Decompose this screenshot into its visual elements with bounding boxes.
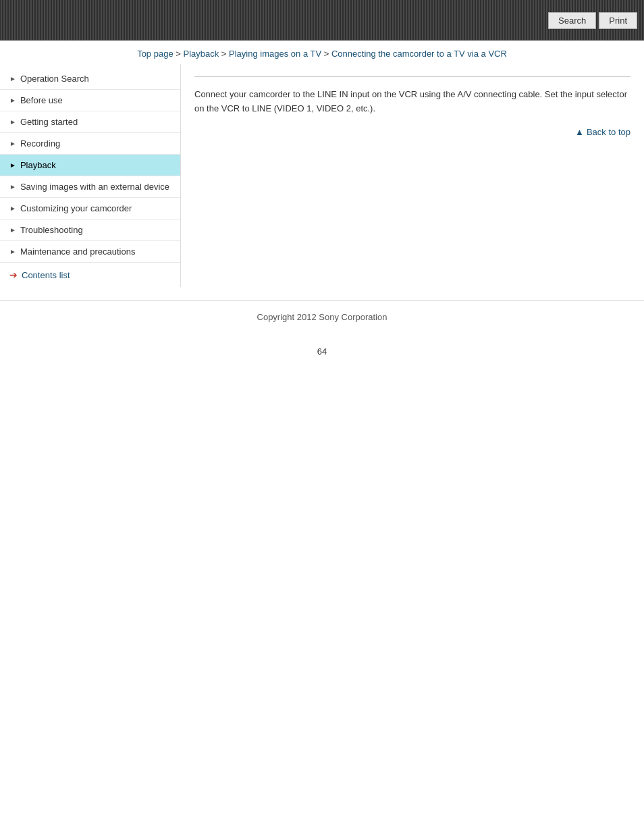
arrow-icon: ► xyxy=(9,205,16,212)
arrow-icon: ► xyxy=(9,248,16,255)
arrow-icon: ► xyxy=(9,161,16,169)
sidebar-item-playback[interactable]: ► Playback xyxy=(0,155,180,176)
sidebar-item-maintenance[interactable]: ► Maintenance and precautions xyxy=(0,241,180,263)
sidebar-item-label: Operation Search xyxy=(20,74,89,84)
triangle-icon: ▲ xyxy=(575,127,584,137)
sidebar-item-troubleshooting[interactable]: ► Troubleshooting xyxy=(0,219,180,241)
sidebar-item-label: Getting started xyxy=(20,117,78,127)
breadcrumb-playing-link[interactable]: Playing images on a TV xyxy=(229,49,321,59)
contents-arrow-icon: ➔ xyxy=(9,269,18,280)
arrow-icon: ► xyxy=(9,183,16,190)
breadcrumb-playback-link[interactable]: Playback xyxy=(183,49,219,59)
content-divider xyxy=(194,76,630,77)
sidebar-item-label: Maintenance and precautions xyxy=(20,246,136,257)
sidebar-item-label: Customizing your camcorder xyxy=(20,203,132,213)
sidebar-item-label: Playback xyxy=(20,160,56,170)
content-body-text: Connect your camcorder to the LINE IN in… xyxy=(194,88,630,116)
arrow-icon: ► xyxy=(9,75,16,82)
header-bar: Search Print xyxy=(0,0,644,41)
breadcrumb-sep3: > xyxy=(324,49,331,59)
search-button[interactable]: Search xyxy=(548,12,596,29)
page-number: 64 xyxy=(0,333,644,370)
sidebar-item-label: Saving images with an external device xyxy=(20,182,169,192)
sidebar-item-before-use[interactable]: ► Before use xyxy=(0,90,180,111)
breadcrumb-sep2: > xyxy=(221,49,229,59)
main-layout: ► Operation Search ► Before use ► Gettin… xyxy=(0,64,644,287)
arrow-icon: ► xyxy=(9,226,16,234)
arrow-icon: ► xyxy=(9,140,16,147)
contents-list-label: Contents list xyxy=(22,270,70,280)
back-to-top-link[interactable]: ▲Back to top xyxy=(575,127,630,137)
sidebar: ► Operation Search ► Before use ► Gettin… xyxy=(0,64,181,287)
breadcrumb-top-link[interactable]: Top page xyxy=(137,49,173,59)
print-button[interactable]: Print xyxy=(599,12,637,29)
breadcrumb: Top page > Playback > Playing images on … xyxy=(0,41,644,64)
sidebar-item-label: Before use xyxy=(20,95,63,105)
copyright-text: Copyright 2012 Sony Corporation xyxy=(257,312,387,322)
sidebar-item-getting-started[interactable]: ► Getting started xyxy=(0,111,180,133)
sidebar-item-label: Recording xyxy=(20,138,60,149)
arrow-icon: ► xyxy=(9,97,16,104)
content-area: Connect your camcorder to the LINE IN in… xyxy=(181,64,644,287)
sidebar-item-operation-search[interactable]: ► Operation Search xyxy=(0,68,180,90)
header-buttons: Search Print xyxy=(548,12,637,29)
sidebar-item-label: Troubleshooting xyxy=(20,225,83,235)
sidebar-item-recording[interactable]: ► Recording xyxy=(0,133,180,155)
arrow-icon: ► xyxy=(9,118,16,126)
sidebar-item-saving-images[interactable]: ► Saving images with an external device xyxy=(0,176,180,198)
breadcrumb-current-link[interactable]: Connecting the camcorder to a TV via a V… xyxy=(331,49,507,59)
back-to-top-label: Back to top xyxy=(587,127,630,137)
contents-list-link[interactable]: ➔ Contents list xyxy=(0,263,180,287)
back-to-top: ▲Back to top xyxy=(194,127,630,137)
sidebar-item-customizing[interactable]: ► Customizing your camcorder xyxy=(0,198,180,219)
footer: Copyright 2012 Sony Corporation xyxy=(0,301,644,333)
breadcrumb-sep1: > xyxy=(176,49,183,59)
